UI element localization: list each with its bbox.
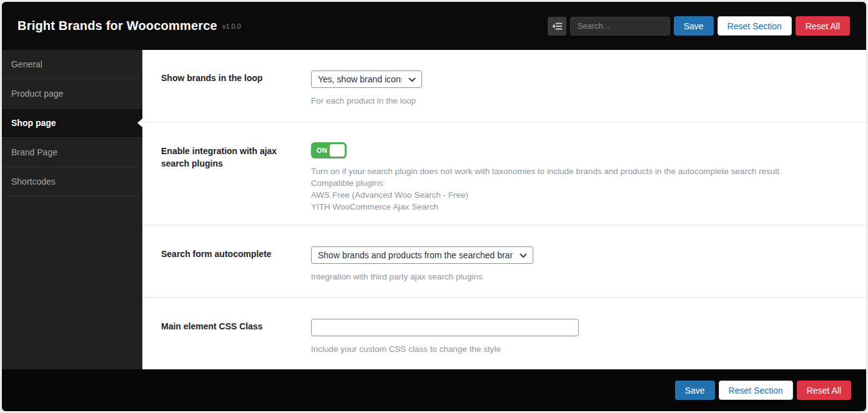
top-bar: Bright Brands for Woocommerce v1.0.0 Sav… [2, 2, 866, 50]
toggle-on-label: ON [317, 147, 327, 154]
plugin-settings-window: Bright Brands for Woocommerce v1.0.0 Sav… [2, 2, 866, 411]
outdent-icon [552, 22, 562, 31]
setting-control: Include your custom CSS class to change … [311, 319, 847, 369]
top-bar-actions: Save Reset Section Reset All [548, 16, 850, 36]
sidebar-item-shop-page[interactable]: Shop page [2, 109, 142, 138]
collapse-menu-button[interactable] [548, 17, 566, 36]
setting-label: Search form autocomplete [161, 246, 311, 297]
show-brands-select-wrap: Yes, show brand icons [311, 70, 422, 88]
description-line: AWS Free (Advanced Woo Search - Free) [311, 189, 847, 201]
setting-control: ON Turn on if your search plugin does no… [311, 143, 847, 225]
description-line: Turn on if your search plugin does not w… [311, 165, 847, 177]
setting-row-search-autocomplete: Search form autocomplete Show brands and… [142, 226, 866, 298]
show-brands-select[interactable]: Yes, show brand icons [311, 70, 422, 88]
sidebar: General Product page Shop page Brand Pag… [2, 50, 142, 369]
sidebar-item-label: General [11, 59, 42, 69]
ajax-integration-toggle[interactable]: ON [311, 142, 347, 158]
sidebar-item-label: Shortcodes [11, 177, 56, 187]
setting-row-ajax-search-integration: Enable integration with ajax search plug… [142, 123, 866, 226]
toggle-knob [330, 144, 345, 157]
page-title: Bright Brands for Woocommerce [17, 19, 217, 33]
css-class-input[interactable] [311, 319, 579, 336]
setting-description: Integration with third party ajax search… [311, 271, 847, 283]
sidebar-item-shortcodes[interactable]: Shortcodes [2, 167, 142, 197]
search-input[interactable] [570, 17, 670, 36]
active-tab-arrow-icon [137, 119, 142, 127]
version-badge: v1.0.0 [222, 22, 241, 30]
footer-reset-section-button[interactable]: Reset Section [719, 381, 793, 400]
setting-description: Turn on if your search plugin does not w… [311, 165, 847, 213]
sidebar-item-label: Product page [11, 89, 63, 99]
description-line: Compatible plugins: [311, 177, 847, 189]
sidebar-item-label: Brand Page [11, 147, 57, 157]
setting-control: Yes, show brand icons For each product i… [311, 70, 847, 122]
save-button[interactable]: Save [674, 16, 714, 36]
reset-all-button[interactable]: Reset All [796, 16, 850, 36]
autocomplete-select-wrap: Show brands and products from the search… [311, 246, 533, 264]
setting-description: For each product in the loop [311, 95, 847, 107]
footer-bar: Save Reset Section Reset All [2, 369, 866, 411]
setting-description: Include your custom CSS class to change … [311, 343, 847, 355]
reset-section-button[interactable]: Reset Section [718, 16, 792, 36]
sidebar-item-product-page[interactable]: Product page [2, 79, 142, 109]
setting-row-main-css-class: Main element CSS Class Include your cust… [142, 298, 866, 369]
sidebar-item-label: Shop page [11, 118, 56, 128]
settings-panel: Show brands in the loop Yes, show brand … [142, 50, 866, 369]
setting-label: Enable integration with ajax search plug… [161, 143, 311, 225]
sidebar-item-general[interactable]: General [2, 50, 142, 79]
body: General Product page Shop page Brand Pag… [2, 50, 866, 369]
footer-save-button[interactable]: Save [675, 381, 715, 400]
footer-reset-all-button[interactable]: Reset All [797, 381, 851, 400]
sidebar-item-brand-page[interactable]: Brand Page [2, 138, 142, 167]
description-line: YITH WooCommerce Ajax Search [311, 201, 847, 213]
setting-label: Main element CSS Class [161, 319, 311, 369]
setting-label: Show brands in the loop [161, 70, 311, 122]
setting-control: Show brands and products from the search… [311, 246, 847, 297]
autocomplete-select[interactable]: Show brands and products from the search… [311, 246, 533, 264]
setting-row-show-brands-in-loop: Show brands in the loop Yes, show brand … [142, 50, 866, 123]
